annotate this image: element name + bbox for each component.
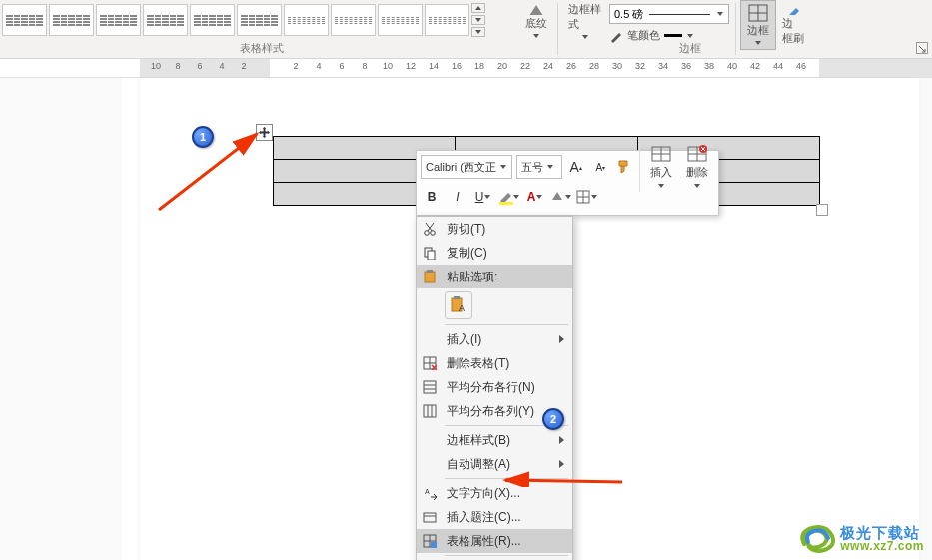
underline-button[interactable]: U [472, 186, 494, 208]
workspace: 1 Calibri (西文正 五号 A▴ A▾ 插入 [0, 78, 932, 560]
font-size-select[interactable]: 五号 [516, 155, 561, 179]
border-weight-select[interactable]: 0.5 磅 [609, 4, 729, 24]
menu-copy[interactable]: 复制(C) [417, 241, 572, 265]
svg-point-20 [425, 231, 430, 236]
move-icon [259, 127, 270, 138]
group-launcher-icon[interactable] [916, 42, 928, 54]
chevron-down-icon [532, 32, 540, 38]
copy-icon [421, 244, 439, 262]
shading-icon [526, 2, 546, 15]
font-color-button[interactable]: A [524, 186, 546, 208]
watermark-logo: 极光下载站 www.xz7.com [796, 522, 924, 554]
submenu-arrow-icon [559, 335, 564, 343]
highlight-icon [498, 189, 513, 205]
svg-text:A: A [459, 303, 465, 313]
menu-paste-option-item[interactable]: A [417, 288, 572, 322]
svg-rect-16 [499, 202, 513, 205]
format-painter-icon [617, 159, 633, 175]
context-menu: 剪切(T) 复制(C) 粘贴选项: A 插入(I) 删除表格(T) 平均分布各行… [416, 216, 573, 560]
bold-button[interactable]: B [421, 186, 443, 208]
format-painter-button[interactable] [615, 156, 636, 178]
menu-cut[interactable]: 剪切(T) [417, 217, 572, 241]
annotation-badge-1: 1 [192, 126, 214, 148]
table-insert-icon [650, 145, 672, 163]
distribute-rows-icon [421, 378, 439, 396]
cut-icon [421, 220, 439, 238]
border-group-label: 边框 [679, 41, 701, 56]
submenu-arrow-icon [559, 436, 564, 444]
menu-border-style[interactable]: 边框样式(B) [417, 428, 572, 452]
border-icon [747, 3, 769, 22]
menu-insert[interactable]: 插入(I) [417, 327, 572, 351]
grow-font-button[interactable]: A▴ [566, 156, 587, 178]
border-brush-icon [782, 2, 804, 15]
vertical-ruler[interactable] [122, 78, 141, 560]
svg-rect-44 [431, 542, 437, 548]
chevron-down-icon [686, 32, 694, 40]
font-family-select[interactable]: Calibri (西文正 [421, 155, 512, 179]
caption-icon [421, 508, 439, 526]
table-style-option[interactable] [190, 4, 235, 36]
highlight-button[interactable] [498, 186, 520, 208]
paste-keep-format-icon: A [450, 296, 467, 314]
menu-paste-options[interactable]: 粘贴选项: [417, 265, 572, 288]
submenu-arrow-icon [559, 460, 564, 468]
menu-insert-caption[interactable]: 插入题注(C)... [417, 505, 572, 529]
menu-text-direction[interactable]: A 文字方向(X)... [417, 481, 572, 505]
border-button[interactable]: 边框 [740, 0, 776, 50]
svg-rect-27 [454, 296, 460, 299]
table-move-handle[interactable] [256, 124, 273, 141]
annotation-badge-2: 2 [542, 408, 564, 430]
table-style-option[interactable] [425, 4, 469, 36]
table-style-gallery[interactable] [0, 0, 519, 40]
ribbon: 表格样式 底纹 边框样 式 0.5 磅 笔颜色 边框 边 框刷 边框 [0, 0, 932, 59]
border-mini-button[interactable] [576, 186, 598, 208]
style-gallery-more[interactable] [471, 3, 485, 37]
chevron-down-icon [546, 163, 554, 171]
table-style-option[interactable] [96, 4, 141, 36]
table-resize-handle[interactable] [816, 204, 828, 216]
menu-delete-table[interactable]: 删除表格(T) [417, 351, 572, 375]
mini-toolbar: Calibri (西文正 五号 A▴ A▾ 插入 删除 [416, 150, 719, 216]
menu-table-properties[interactable]: 表格属性(R)... [417, 529, 572, 553]
distribute-cols-icon [421, 402, 439, 420]
chevron-down-icon [716, 10, 724, 18]
menu-distribute-rows[interactable]: 平均分布各行(N) [417, 375, 572, 399]
paste-icon [421, 268, 439, 285]
chevron-down-icon [499, 163, 507, 171]
table-style-option[interactable] [237, 4, 282, 36]
shading-button[interactable]: 底纹 [519, 0, 553, 40]
table-style-option[interactable] [331, 4, 376, 36]
svg-rect-32 [424, 381, 436, 393]
border-style-button[interactable]: 边框样 式 [562, 0, 607, 40]
table-style-option[interactable] [49, 4, 94, 36]
svg-rect-39 [424, 513, 436, 522]
table-style-option[interactable] [2, 4, 47, 36]
menu-autofit[interactable]: 自动调整(A) [417, 452, 572, 476]
table-style-option[interactable] [284, 4, 329, 36]
pen-icon [609, 29, 623, 43]
svg-rect-24 [425, 272, 435, 282]
svg-point-21 [431, 231, 436, 236]
bucket-icon [550, 190, 564, 204]
table-style-option[interactable] [378, 4, 423, 36]
chevron-down-icon [754, 39, 762, 47]
pen-color-button[interactable]: 笔颜色 [609, 28, 729, 43]
svg-text:A: A [425, 488, 430, 495]
horizontal-ruler[interactable]: 108642 246810121416182022242628303234363… [0, 59, 932, 78]
logo-icon [796, 522, 836, 554]
border-painter-button[interactable]: 边 框刷 [776, 0, 810, 48]
text-direction-icon: A [421, 484, 439, 502]
svg-rect-23 [428, 251, 435, 260]
chevron-down-icon [581, 33, 589, 39]
svg-rect-35 [424, 405, 436, 417]
shrink-font-button[interactable]: A▾ [590, 156, 611, 178]
table-style-option[interactable] [143, 4, 188, 36]
table-delete-icon [686, 145, 708, 163]
italic-button[interactable]: I [447, 186, 468, 208]
table-properties-icon [421, 532, 439, 550]
shading-mini-button[interactable] [550, 186, 572, 208]
table-styles-group-label: 表格样式 [240, 41, 284, 56]
svg-rect-25 [427, 270, 433, 273]
delete-table-icon [421, 354, 439, 372]
